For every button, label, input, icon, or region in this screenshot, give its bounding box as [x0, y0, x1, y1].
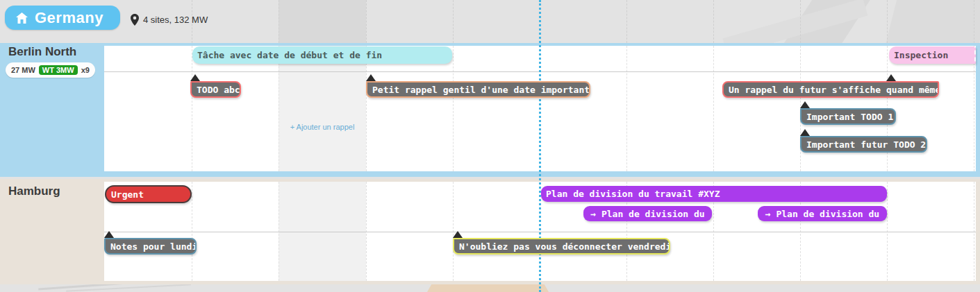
- highlighted-day-column: [279, 0, 366, 43]
- turbine-type-badge: WT 3MW: [39, 65, 78, 75]
- reminder-bar[interactable]: Important TODO 1: [800, 108, 896, 125]
- day-gridline: [279, 46, 279, 171]
- task-bar[interactable]: Urgent: [105, 185, 192, 203]
- site-name[interactable]: Berlin North: [8, 45, 76, 59]
- task-bar[interactable]: Plan de division du travail #XYZ: [541, 186, 887, 202]
- home-breadcrumb-button[interactable]: Germany: [5, 6, 120, 30]
- page-header: Germany 4 sites, 132 MW: [0, 0, 980, 43]
- highlighted-day-column: [279, 46, 366, 171]
- sites-capacity-summary: 4 sites, 132 MW: [143, 15, 208, 25]
- site-name[interactable]: Hamburg: [8, 184, 60, 198]
- scheduler-page: Germany 4 sites, 132 MW Berlin North 27 …: [0, 0, 980, 292]
- reminder-bar[interactable]: N'oubliez pas vous déconnecter vendredi!: [453, 238, 670, 255]
- day-gridline: [713, 46, 714, 171]
- day-gridline: [192, 46, 192, 171]
- site-capacity-pill: 27 MW WT 3MW x9: [6, 62, 95, 78]
- task-continuation-pill[interactable]: → Plan de division du: [758, 206, 887, 221]
- location-summary: 4 sites, 132 MW: [131, 14, 208, 26]
- turbine-count: x9: [81, 66, 90, 74]
- day-gridline: [800, 0, 801, 43]
- reminder-bar[interactable]: Important futur TODO 2: [800, 136, 927, 153]
- day-gridline: [626, 46, 627, 171]
- day-gridline: [453, 0, 454, 43]
- add-reminder-link[interactable]: + Ajouter un rappel: [279, 123, 366, 131]
- reminder-bar[interactable]: Notes pour lundi: [104, 238, 197, 255]
- site-group-title: Germany: [35, 9, 103, 27]
- day-gridline: [713, 0, 714, 43]
- day-gridline: [366, 0, 367, 43]
- day-gridline: [887, 0, 888, 43]
- day-gridline: [974, 0, 974, 43]
- location-pin-icon: [131, 14, 139, 26]
- site-capacity: 27 MW: [11, 66, 35, 74]
- day-gridline: [366, 46, 367, 171]
- task-bar[interactable]: Inspection: [889, 46, 976, 64]
- home-icon: [16, 12, 28, 24]
- task-bar[interactable]: Tâche avec date de début et de fin: [192, 46, 452, 64]
- day-gridline: [626, 0, 627, 43]
- day-gridline: [453, 46, 454, 171]
- day-gridline: [974, 46, 974, 171]
- reminder-bar[interactable]: Petit rappel gentil d'une date important…: [366, 81, 590, 98]
- reminder-bar[interactable]: Un rappel du futur s'affiche quand même: [722, 81, 939, 98]
- day-gridline: [279, 0, 279, 43]
- reminder-bar[interactable]: TODO abc: [190, 81, 241, 98]
- task-continuation-pill[interactable]: → Plan de division du: [583, 206, 712, 221]
